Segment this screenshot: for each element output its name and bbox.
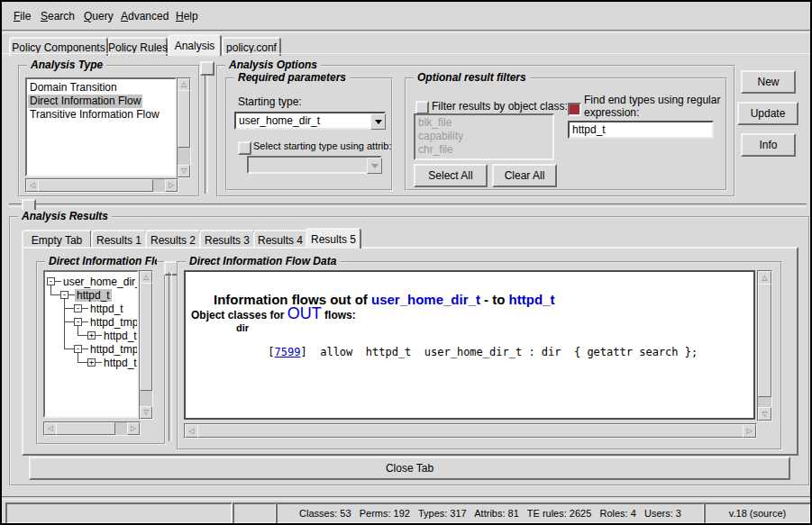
expander-plus-icon[interactable]: +	[87, 358, 96, 367]
object-class-filter-checkbox[interactable]	[415, 101, 429, 114]
tree-node[interactable]: -user_home_dir_t	[47, 275, 139, 288]
required-parameters-title: Required parameters	[234, 71, 350, 84]
attrib-checkbox-label: Select starting type using attrib:	[253, 140, 391, 151]
tree-connector	[64, 308, 74, 309]
starting-type-label: Starting type:	[238, 95, 302, 108]
menu-bar: File Search Query Advanced Help	[2, 2, 810, 30]
analysis-type-vscrollbar[interactable]: △ ▽	[177, 77, 191, 178]
tab-results-3[interactable]: Results 3	[199, 230, 255, 249]
flow-data-textarea[interactable]: Information flows out of user_home_dir_t…	[184, 270, 755, 420]
object-class-listbox: blk_file capability chr_file	[414, 113, 554, 160]
tree-connector	[64, 348, 74, 349]
flow-tree-vscrollbar[interactable]: △ ▽	[139, 270, 153, 420]
scroll-right-icon[interactable]: ▷	[165, 179, 178, 192]
scroll-down-icon[interactable]: ▽	[140, 406, 152, 419]
flow-tree-title: Direct Information Flow T	[45, 255, 157, 267]
attrib-checkbox[interactable]	[238, 141, 251, 155]
info-button[interactable]: Info	[741, 133, 796, 157]
scroll-thumb[interactable]	[56, 422, 115, 435]
tree-node[interactable]: -httpd_tmpfs_	[74, 342, 139, 356]
scroll-left-icon[interactable]: ◁	[185, 424, 198, 438]
pane-sash-vertical[interactable]	[169, 272, 172, 441]
status-stats-cell: Classes: 53 Perms: 192 Types: 317 Attrib…	[276, 502, 705, 524]
scroll-thumb[interactable]	[140, 283, 152, 391]
scroll-up-icon[interactable]: △	[178, 78, 190, 91]
starting-type-combobox[interactable]: user_home_dir_t	[234, 112, 386, 130]
attrib-dropdown-button-disabled	[367, 158, 382, 174]
chevron-down-icon	[375, 120, 382, 124]
analysis-type-list[interactable]: Domain Transition Direct Information Flo…	[25, 77, 177, 177]
attrib-combobox-disabled	[247, 156, 382, 174]
expander-minus-icon[interactable]: -	[74, 345, 82, 353]
menu-help[interactable]: Help	[176, 10, 198, 23]
regex-checkbox[interactable]	[568, 103, 581, 116]
tab-content-top-edge	[2, 53, 810, 54]
flow-data-vscrollbar[interactable]: △ ▽	[757, 270, 772, 421]
expander-minus-icon[interactable]: -	[74, 318, 82, 326]
menu-advanced[interactable]: Advanced	[121, 10, 169, 23]
pane-sash-handle[interactable]	[200, 61, 214, 76]
tab-empty[interactable]: Empty Tab	[22, 230, 92, 249]
flow-target-type: httpd_t	[509, 292, 555, 307]
menu-bar-divider	[2, 30, 810, 33]
tab-results-5[interactable]: Results 5	[306, 228, 361, 249]
tree-node-selected[interactable]: -httpd_t	[60, 288, 112, 302]
expander-minus-icon[interactable]: -	[60, 291, 68, 299]
analysis-type-title: Analysis Type	[27, 59, 106, 71]
scroll-thumb[interactable]	[38, 179, 153, 192]
pane-sash-vertical[interactable]	[205, 74, 208, 194]
flow-tree-hscrollbar[interactable]: ◁ ▷	[43, 421, 141, 436]
menu-query[interactable]: Query	[84, 10, 114, 23]
new-button[interactable]: New	[741, 70, 796, 94]
flow-tree[interactable]: -user_home_dir_t -httpd_t -httpd_t -http…	[43, 270, 139, 418]
scroll-thumb[interactable]	[178, 90, 190, 148]
regex-input[interactable]	[568, 121, 714, 139]
flow-source-type: user_home_dir_t	[371, 292, 480, 307]
scroll-up-icon[interactable]: △	[758, 271, 771, 285]
flow-data-hscrollbar[interactable]: ◁ ▷	[184, 423, 757, 439]
pane-sash-horizontal[interactable]	[9, 204, 807, 207]
regex-checkbox-label: Find end types using regular expression:	[584, 94, 720, 119]
rule-number-link[interactable]: 7599	[275, 346, 301, 358]
tree-node[interactable]: -httpd_tmp_t	[74, 315, 139, 329]
tree-connector	[50, 294, 60, 295]
scroll-right-icon[interactable]: ▷	[127, 422, 140, 435]
tree-node[interactable]: -httpd_t	[74, 302, 125, 315]
menu-file[interactable]: File	[14, 10, 31, 23]
scroll-left-icon[interactable]: ◁	[26, 179, 39, 192]
close-tab-button[interactable]: Close Tab	[29, 457, 790, 480]
policy-version: v.18 (source)	[729, 508, 786, 519]
object-class-item: chr_file	[415, 143, 552, 157]
update-button[interactable]: Update	[737, 102, 798, 125]
select-all-button[interactable]: Select All	[414, 164, 488, 187]
tree-node[interactable]: +httpd_t	[87, 356, 139, 369]
analysis-type-hscrollbar[interactable]: ◁ ▷	[25, 178, 178, 193]
tab-analysis[interactable]: Analysis	[168, 34, 222, 56]
starting-type-dropdown-button[interactable]	[370, 113, 386, 130]
scroll-thumb[interactable]	[197, 424, 744, 438]
tab-results-4[interactable]: Results 4	[253, 230, 307, 249]
tab-results-1[interactable]: Results 1	[91, 230, 147, 249]
menu-search[interactable]: Search	[41, 10, 75, 23]
tree-connector	[78, 362, 87, 363]
scroll-left-icon[interactable]: ◁	[44, 422, 57, 435]
scroll-right-icon[interactable]: ▷	[743, 424, 756, 438]
expander-minus-icon[interactable]: -	[74, 304, 82, 312]
scroll-thumb[interactable]	[758, 284, 771, 397]
expander-plus-icon[interactable]: +	[87, 331, 96, 339]
object-class-item: blk_file	[415, 116, 552, 130]
scroll-down-icon[interactable]: ▽	[178, 165, 190, 177]
scroll-up-icon[interactable]: △	[140, 271, 152, 284]
list-item[interactable]: Domain Transition	[28, 81, 119, 95]
chevron-down-icon	[371, 164, 379, 168]
scroll-down-icon[interactable]: ▽	[758, 407, 771, 421]
apol-window: File Search Query Advanced Help Policy C…	[0, 0, 812, 525]
clear-all-button[interactable]: Clear All	[492, 164, 557, 187]
tree-node[interactable]: +httpd_t	[87, 329, 139, 342]
analysis-results-title: Analysis Results	[18, 210, 112, 222]
list-item[interactable]: Transitive Information Flow	[28, 108, 161, 122]
tab-results-2[interactable]: Results 2	[145, 230, 201, 249]
flow-data-title: Direct Information Flow Data	[186, 255, 340, 267]
expander-minus-icon[interactable]: -	[47, 277, 55, 285]
list-item-selected[interactable]: Direct Information Flow	[28, 95, 142, 108]
